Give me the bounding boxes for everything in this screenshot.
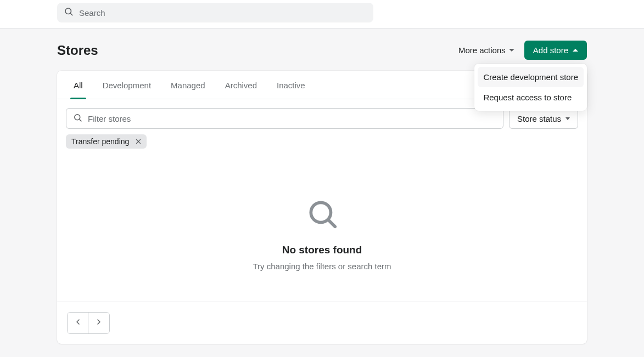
pagination (67, 312, 110, 334)
search-icon (73, 113, 82, 124)
dropdown-item-request-access[interactable]: Request access to store (478, 87, 584, 107)
page-title: Stores (57, 43, 98, 58)
tab-all[interactable]: All (64, 71, 93, 99)
top-bar (0, 0, 644, 29)
chip-label: Transfer pending (71, 137, 129, 146)
card-footer (57, 302, 587, 344)
empty-state: No stores found Try changing the filters… (57, 157, 587, 302)
filter-search[interactable] (66, 108, 503, 129)
tab-inactive[interactable]: Inactive (267, 71, 315, 99)
chevron-down-icon (565, 117, 570, 120)
more-actions-label: More actions (458, 46, 506, 55)
stores-card: All Development Managed Archived Inactiv… (57, 71, 587, 344)
add-store-dropdown: Create development store Request access … (474, 64, 587, 111)
add-store-button[interactable]: Add store (524, 41, 587, 60)
filter-chip-transfer-pending[interactable]: Transfer pending (66, 134, 147, 149)
chevron-down-icon (509, 49, 514, 52)
global-search-input[interactable] (79, 8, 367, 18)
store-status-label: Store status (517, 114, 561, 123)
search-icon (68, 197, 576, 231)
next-page-button[interactable] (88, 313, 109, 333)
more-actions-button[interactable]: More actions (458, 46, 514, 55)
page-body: Stores More actions Add store Create dev… (0, 29, 644, 357)
tab-managed[interactable]: Managed (161, 71, 215, 99)
store-status-button[interactable]: Store status (509, 108, 578, 129)
close-icon[interactable] (133, 137, 143, 146)
chevron-left-icon (74, 318, 82, 328)
svg-line-7 (329, 220, 335, 226)
tab-archived[interactable]: Archived (215, 71, 267, 99)
header-actions: More actions Add store Create developmen… (458, 41, 587, 60)
chevron-up-icon (573, 49, 578, 52)
chevron-right-icon (94, 318, 103, 328)
filter-search-input[interactable] (88, 114, 496, 123)
empty-title: No stores found (68, 244, 576, 256)
svg-line-3 (80, 119, 81, 121)
dropdown-item-create-dev-store[interactable]: Create development store (478, 67, 584, 87)
add-store-label: Add store (533, 46, 568, 55)
empty-subtitle: Try changing the filters or search term (68, 262, 576, 271)
prev-page-button[interactable] (68, 313, 88, 333)
global-search[interactable] (57, 3, 373, 22)
filter-chips: Transfer pending (57, 134, 587, 157)
search-icon (64, 7, 74, 19)
svg-line-1 (70, 13, 72, 15)
page-header: Stores More actions Add store Create dev… (57, 41, 587, 60)
tab-development[interactable]: Development (93, 71, 161, 99)
